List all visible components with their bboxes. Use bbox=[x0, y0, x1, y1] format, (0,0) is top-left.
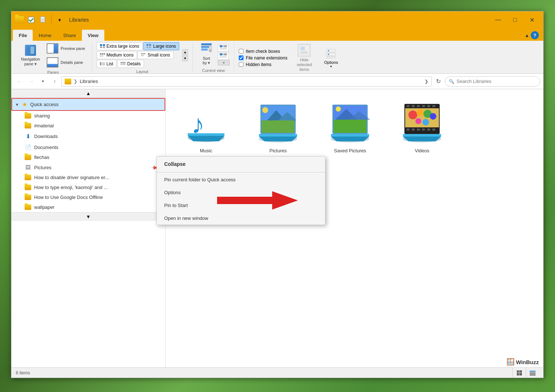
large-icons-button[interactable]: Large icons bbox=[143, 42, 179, 50]
sidebar-item-how-to-3[interactable]: How to Use Google Docs Offline bbox=[11, 192, 165, 202]
sidebar-item-downloads[interactable]: ⬇ Downloads bbox=[11, 131, 165, 142]
sidebar-item-how-to-1[interactable]: How to disable driver signature er... bbox=[11, 173, 165, 182]
preview-pane-button[interactable]: Preview pane bbox=[44, 42, 87, 55]
sidebar-item-how-to-2[interactable]: How to type emoji, 'kaomoji' and ... bbox=[11, 182, 165, 192]
sidebar-scroll-up[interactable]: ▲ bbox=[11, 89, 165, 98]
svg-rect-61 bbox=[334, 120, 367, 133]
tab-share[interactable]: Share bbox=[57, 30, 82, 41]
maximize-button[interactable]: □ bbox=[507, 11, 523, 28]
layout-options: Extra large icons Large icons Medium ico… bbox=[97, 42, 179, 68]
tab-view[interactable]: View bbox=[82, 30, 104, 41]
svg-rect-72 bbox=[432, 105, 435, 107]
sidebar: ▲ ▼ ★ Quick access sharing #material ⬇ D… bbox=[11, 89, 166, 367]
ribbon-expand-button[interactable]: ▲ ? bbox=[520, 30, 543, 41]
sidebar-item-documents[interactable]: 📄 Documents bbox=[11, 142, 165, 152]
sidebar-item-wallpaper[interactable]: wallpaper bbox=[11, 202, 165, 212]
hidden-items-option[interactable]: Hidden items bbox=[239, 62, 287, 67]
up-button[interactable]: ↑ bbox=[50, 76, 60, 87]
context-menu-collapse[interactable]: Collapse bbox=[157, 157, 325, 171]
forward-button[interactable]: → bbox=[26, 76, 36, 87]
view-size-btn-1[interactable] bbox=[218, 44, 229, 51]
sidebar-item-sharing[interactable]: sharing bbox=[11, 111, 165, 121]
options-button[interactable]: Options ▾ bbox=[321, 46, 341, 70]
context-menu-divider-1 bbox=[157, 172, 325, 173]
svg-rect-46 bbox=[328, 54, 329, 55]
svg-rect-41 bbox=[300, 51, 308, 54]
details-button[interactable]: Details bbox=[117, 60, 144, 68]
main-content: ♪ Music bbox=[166, 89, 543, 367]
search-input[interactable] bbox=[457, 79, 536, 84]
search-box[interactable]: 🔍 bbox=[445, 76, 540, 87]
details-view-icon bbox=[530, 370, 536, 376]
svg-rect-7 bbox=[103, 47, 105, 48]
medium-icons-button[interactable]: Medium icons bbox=[97, 51, 137, 59]
layout-scroll-up[interactable]: ▲ bbox=[182, 49, 188, 55]
title-doc-icon[interactable] bbox=[38, 15, 48, 25]
svg-rect-29 bbox=[201, 43, 212, 45]
library-item-videos[interactable]: Videos bbox=[389, 97, 455, 170]
close-button[interactable]: ✕ bbox=[523, 11, 540, 28]
context-menu-open-new-window[interactable]: Open in new window bbox=[157, 212, 325, 225]
file-name-extensions-checkbox[interactable] bbox=[239, 55, 244, 60]
svg-rect-87 bbox=[530, 373, 536, 374]
nav-pane-label: Navigationpane ▾ bbox=[21, 57, 40, 66]
svg-text:♪: ♪ bbox=[191, 110, 205, 139]
file-name-extensions-option[interactable]: File name extensions bbox=[239, 55, 287, 61]
title-checkmark-icon[interactable] bbox=[26, 15, 36, 25]
navigation-pane-button[interactable]: Navigationpane ▾ bbox=[19, 43, 42, 68]
svg-rect-12 bbox=[100, 53, 101, 55]
svg-point-81 bbox=[417, 109, 424, 116]
help-icon[interactable]: ? bbox=[531, 31, 539, 39]
hidden-items-checkbox[interactable] bbox=[239, 62, 244, 67]
sort-by-button[interactable]: Sortby ▾ bbox=[197, 42, 216, 67]
item-check-boxes-checkbox[interactable] bbox=[239, 49, 244, 54]
library-item-saved-pictures[interactable]: Saved Pictures bbox=[317, 97, 383, 170]
extra-large-icons-button[interactable]: Extra large icons bbox=[97, 42, 143, 50]
sort-by-icon bbox=[201, 44, 212, 55]
layout-scroll-down[interactable]: ▼ bbox=[182, 55, 188, 61]
title-dropdown-icon[interactable]: ▾ bbox=[54, 15, 65, 25]
svg-rect-40 bbox=[300, 47, 305, 50]
folder-icon-how3 bbox=[25, 195, 31, 200]
tab-file[interactable]: File bbox=[13, 30, 33, 41]
sidebar-item-flechas[interactable]: flechas bbox=[11, 152, 165, 162]
title-folder-icon[interactable] bbox=[14, 15, 25, 25]
sidebar-quick-access[interactable]: ▼ ★ Quick access bbox=[11, 98, 165, 111]
address-path[interactable]: ❯ Libraries ❯ bbox=[61, 76, 432, 87]
sidebar-item-label-downloads: Downloads bbox=[34, 134, 161, 139]
small-icons-button[interactable]: Small icons bbox=[138, 51, 173, 59]
red-arrow bbox=[217, 191, 298, 211]
svg-rect-42 bbox=[327, 49, 335, 52]
svg-rect-71 bbox=[427, 105, 430, 107]
nav-pane-icon bbox=[25, 44, 36, 56]
file-name-extensions-label: File name extensions bbox=[246, 55, 287, 61]
options-icon bbox=[325, 48, 337, 60]
svg-rect-25 bbox=[101, 65, 105, 65]
tab-home[interactable]: Home bbox=[33, 30, 57, 41]
svg-rect-3 bbox=[30, 47, 34, 54]
svg-rect-73 bbox=[407, 128, 410, 131]
sidebar-scroll-down[interactable]: ▼ bbox=[11, 212, 165, 221]
pictures-icon bbox=[256, 101, 300, 145]
svg-rect-20 bbox=[141, 55, 142, 56]
view-mode-toggle bbox=[512, 368, 539, 378]
minimize-button[interactable]: — bbox=[490, 11, 507, 28]
layout-scroll-buttons: ▲ ▼ bbox=[182, 49, 188, 61]
item-check-boxes-option[interactable]: Item check boxes bbox=[239, 49, 287, 54]
svg-rect-43 bbox=[327, 53, 335, 56]
context-menu-pin-quick-access[interactable]: Pin current folder to Quick access bbox=[157, 173, 325, 186]
details-pane-button[interactable]: Details pane bbox=[44, 56, 87, 69]
svg-point-80 bbox=[408, 110, 417, 119]
recent-locations-button[interactable]: ▾ bbox=[38, 76, 48, 87]
back-button[interactable]: ← bbox=[14, 76, 25, 87]
quick-access-label: Quick access bbox=[30, 102, 160, 107]
view-mode-details-btn[interactable] bbox=[526, 368, 539, 378]
sidebar-item-material[interactable]: #material bbox=[11, 121, 165, 131]
hide-selected-items-button[interactable]: Hide selected items bbox=[289, 42, 319, 74]
view-size-btn-2[interactable] bbox=[218, 52, 229, 59]
sidebar-item-pictures[interactable]: 🖼 Pictures 📌 bbox=[11, 162, 165, 173]
refresh-button[interactable]: ↻ bbox=[433, 76, 443, 87]
view-dropdown-btn[interactable]: ▾ bbox=[218, 60, 230, 65]
list-button[interactable]: List bbox=[97, 60, 117, 68]
view-mode-list-btn[interactable] bbox=[512, 368, 526, 378]
